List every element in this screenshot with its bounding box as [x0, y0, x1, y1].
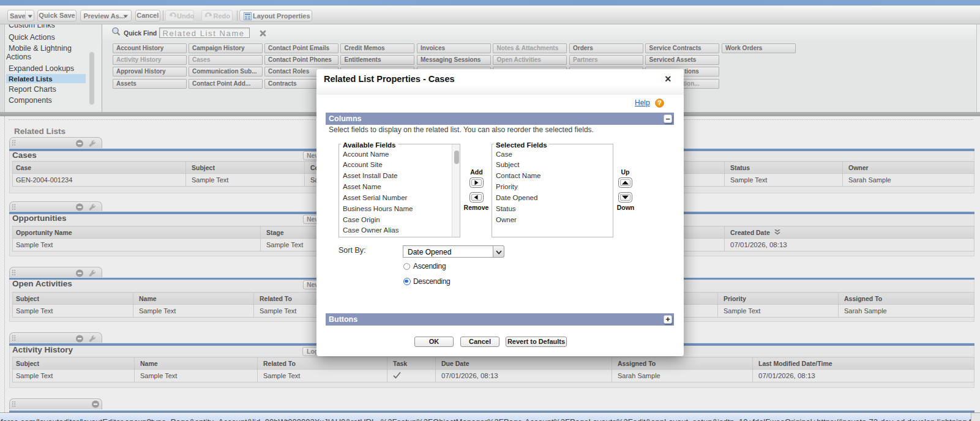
svg-text:?: ? — [657, 99, 661, 106]
